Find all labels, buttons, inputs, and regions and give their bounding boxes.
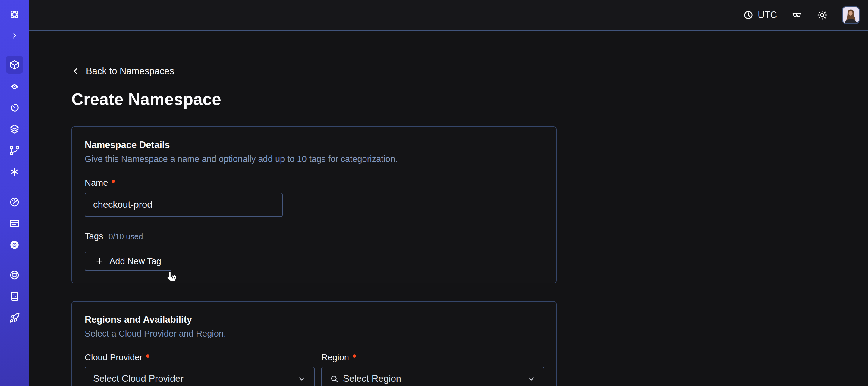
labs-mode-button[interactable]: [792, 10, 802, 21]
glasses-icon: [792, 10, 802, 21]
sidebar-divider: [0, 187, 29, 187]
chevron-down-icon: [297, 374, 306, 383]
tags-label: Tags: [85, 231, 103, 241]
back-link-label: Back to Namespaces: [86, 66, 174, 77]
cloud-provider-field: Cloud Provider Select Cloud Provider: [85, 353, 315, 386]
cloud-provider-placeholder: Select Cloud Provider: [93, 373, 293, 384]
required-dot: [146, 354, 150, 358]
usage-gauge-icon: [9, 197, 20, 207]
clock-icon: [743, 10, 753, 20]
timezone-button[interactable]: UTC: [743, 10, 777, 21]
namespaces-cube-icon: [9, 59, 20, 70]
provider-region-grid: Cloud Provider Select Cloud Provider Reg…: [85, 353, 544, 386]
main-column: UTC: [29, 0, 868, 386]
required-dot: [352, 354, 356, 358]
avatar[interactable]: [842, 6, 860, 24]
sidebar-item-namespaces[interactable]: [6, 56, 23, 73]
chevron-right-icon: [10, 31, 19, 40]
sidebar-primary-group: [0, 56, 29, 181]
sidebar-item-schedules[interactable]: [6, 99, 23, 116]
docs-book-icon: [9, 291, 20, 302]
card-subtitle: Give this Namespace a name and optionall…: [85, 154, 544, 164]
workflows-orbit-icon: [9, 81, 20, 92]
sidebar-item-getting-started[interactable]: [6, 309, 23, 327]
theme-toggle-button[interactable]: [817, 10, 828, 21]
topbar: UTC: [29, 0, 868, 31]
cloud-provider-select[interactable]: Select Cloud Provider: [85, 367, 315, 386]
sidebar-item-batch[interactable]: [6, 120, 23, 138]
content: Back to Namespaces Create Namespace Name…: [29, 31, 868, 386]
regions-card: Regions and Availability Select a Cloud …: [71, 301, 557, 386]
sidebar-item-workflows[interactable]: [6, 78, 23, 95]
sidebar-help-group: [0, 266, 29, 327]
chevron-left-icon: [71, 67, 81, 76]
plus-icon: [95, 257, 104, 266]
region-label: Region: [321, 353, 544, 362]
schedules-timer-icon: [9, 102, 20, 113]
timezone-label: UTC: [758, 10, 777, 21]
required-dot: [112, 180, 115, 183]
sun-icon: [817, 10, 828, 21]
namespace-details-card: Namespace Details Give this Namespace a …: [71, 126, 557, 284]
support-lifebuoy-icon: [9, 270, 20, 280]
sidebar-item-labs[interactable]: [6, 163, 23, 181]
billing-card-icon: [9, 218, 20, 229]
page-title: Create Namespace: [71, 90, 868, 109]
layers-icon: [9, 124, 20, 135]
card-subtitle: Select a Cloud Provider and Region.: [85, 329, 544, 339]
add-new-tag-label: Add New Tag: [110, 256, 161, 266]
region-field: Region Select Region: [321, 353, 544, 386]
chevron-down-icon: [527, 374, 536, 383]
card-title: Namespace Details: [85, 140, 544, 150]
getting-started-rocket-icon: [9, 313, 20, 323]
search-icon: [330, 374, 339, 383]
card-title: Regions and Availability: [85, 314, 544, 325]
cloud-provider-label: Cloud Provider: [85, 353, 315, 362]
name-input[interactable]: [85, 193, 283, 217]
nexus-branch-icon: [9, 145, 20, 156]
sidebar-item-settings[interactable]: [6, 236, 23, 254]
name-label: Name: [85, 178, 544, 188]
region-select[interactable]: Select Region: [321, 367, 544, 386]
temporal-logo-icon[interactable]: [0, 0, 29, 29]
temporal-logo-glyph: [8, 8, 21, 21]
add-new-tag-button[interactable]: Add New Tag: [85, 251, 172, 271]
sidebar-account-group: [0, 193, 29, 254]
sidebar-item-nexus[interactable]: [6, 142, 23, 159]
sidebar-item-docs[interactable]: [6, 288, 23, 305]
sidebar-item-usage[interactable]: [6, 193, 23, 211]
sidebar-item-billing[interactable]: [6, 215, 23, 232]
sidebar: [0, 0, 29, 386]
tags-count: 0/10 used: [108, 232, 143, 241]
sidebar-item-support[interactable]: [6, 266, 23, 284]
settings-gear-icon: [9, 239, 20, 250]
asterisk-icon: [9, 167, 20, 177]
sidebar-divider: [0, 260, 29, 260]
tags-row: Tags 0/10 used: [85, 231, 544, 241]
avatar-image: [843, 7, 859, 23]
sidebar-expand-button[interactable]: [0, 29, 29, 42]
back-link[interactable]: Back to Namespaces: [71, 66, 174, 77]
region-placeholder: Select Region: [343, 373, 523, 384]
app-window: UTC: [0, 0, 868, 386]
